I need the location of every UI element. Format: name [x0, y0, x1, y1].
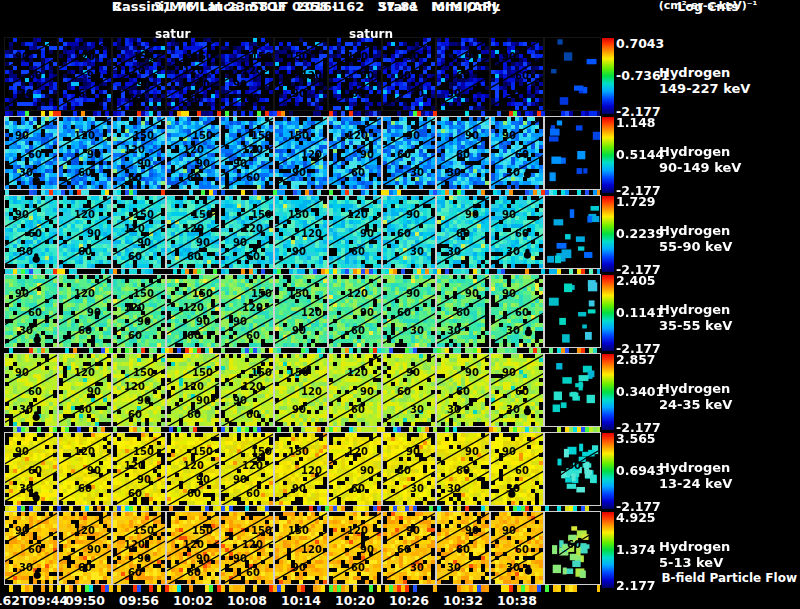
spectrogram-panel [490, 511, 544, 585]
spectrogram-panel [166, 274, 220, 348]
saturn-direction-label: satur [155, 27, 190, 41]
time-tick-label: 10:14 [281, 593, 321, 608]
sparse-panel [544, 274, 601, 348]
spectrogram-panel [436, 353, 490, 427]
spectrogram-panel [4, 37, 58, 111]
spectrogram-panel [328, 195, 382, 269]
colorbar-max-label: 1.729 [616, 194, 656, 209]
spectrogram-panel [490, 37, 544, 111]
spectrogram-panel [166, 37, 220, 111]
spectrogram-panel [490, 195, 544, 269]
spectrogram-panel [220, 511, 274, 585]
spectrogram-panel [166, 511, 220, 585]
spectrogram-panel [328, 37, 382, 111]
spectrogram-panel [112, 432, 166, 506]
colorbar-mid-label: 0.5144 [616, 147, 664, 162]
time-tick-label: 10:02 [173, 593, 213, 608]
channel-species-label: Hydrogen [659, 460, 730, 475]
spectrogram-panel [220, 274, 274, 348]
spectrogram-panel [4, 274, 58, 348]
spectrogram-panel [328, 511, 382, 585]
spectrogram-panel [436, 195, 490, 269]
time-tick-label: 10:32 [443, 593, 483, 608]
spectrogram-panel [166, 116, 220, 190]
colorbar-mid-label: 0.3401 [616, 384, 664, 399]
spectrogram-panel [112, 274, 166, 348]
spectrogram-panel [112, 195, 166, 269]
spectrogram-panel [274, 116, 328, 190]
time-tick-label: 10:20 [335, 593, 375, 608]
colorbar-max-label: 4.925 [616, 510, 656, 525]
spectrogram-panel [382, 195, 436, 269]
spectrogram-panel [274, 511, 328, 585]
spectrogram-panel [4, 116, 58, 190]
saturn-direction-label: saturn [349, 27, 393, 41]
spectrogram-panel [274, 274, 328, 348]
spectrogram-panel [112, 511, 166, 585]
spectrogram-panel [58, 274, 112, 348]
spectrogram-panel [274, 195, 328, 269]
spectrogram-panel [274, 353, 328, 427]
sparse-panel [544, 432, 601, 506]
sparse-panel [544, 116, 601, 190]
colorbar-max-label: 0.7043 [616, 36, 664, 51]
spectrogram-panel [58, 195, 112, 269]
colorbar-mid-label: 0.1141 [616, 305, 664, 320]
colorbar [602, 512, 614, 588]
spectrogram-panel [58, 353, 112, 427]
time-tick-label: 10:08 [227, 593, 267, 608]
time-tick-label: 162T09:44 [0, 593, 68, 608]
spectrogram-panel [166, 432, 220, 506]
spectrogram-panel [274, 432, 328, 506]
time-tick-label: 09:56 [119, 593, 159, 608]
channel-species-label: Hydrogen [659, 65, 730, 80]
colorbar-mid-label: 0.2239 [616, 226, 664, 241]
spectrogram-panel [220, 353, 274, 427]
spectrogram-panel [490, 274, 544, 348]
spectrogram-panel [382, 116, 436, 190]
channel-energy-label: 149-227 keV [659, 81, 750, 96]
spectrogram-panel [382, 511, 436, 585]
colorbar [602, 354, 614, 430]
channel-energy-label: 5-13 keV [659, 555, 723, 570]
channel-species-label: Hydrogen [659, 223, 730, 238]
sparse-panel [544, 37, 601, 111]
channel-species-label: Hydrogen [659, 144, 730, 159]
spectrogram-panel [436, 511, 490, 585]
spectrogram-panel [58, 511, 112, 585]
colorbar-min-label: 2.177 [616, 578, 656, 593]
colorbar-max-label: 1.148 [616, 115, 656, 130]
channel-energy-label: 35-55 keV [659, 318, 732, 333]
mimi-stare-display: Cassini/MIMI Inca mTOF 2016-162 Stare Io… [0, 0, 800, 609]
sparse-panel [544, 353, 601, 427]
spectrogram-panel [436, 116, 490, 190]
spectrogram-panel [112, 37, 166, 111]
spectrogram-panel [112, 353, 166, 427]
channel-energy-label: 55-90 keV [659, 239, 732, 254]
colorbar [602, 433, 614, 509]
colorbar [602, 275, 614, 351]
spectrogram-panel [382, 274, 436, 348]
spectrogram-panel [220, 37, 274, 111]
time-tick-label: 10:26 [389, 593, 429, 608]
time-tick-label: 09:50 [65, 593, 105, 608]
spectrogram-panel [490, 116, 544, 190]
spectrogram-panel [436, 37, 490, 111]
spectrogram-panel [220, 116, 274, 190]
spectrogram-panel [274, 37, 328, 111]
edge-strip [5, 585, 600, 592]
spectrogram-panel [4, 195, 58, 269]
colorbar [602, 38, 614, 114]
sparse-panel [544, 195, 601, 269]
spectrogram-panel [490, 432, 544, 506]
spectrogram-panel [382, 353, 436, 427]
channel-species-label: Hydrogen [659, 302, 730, 317]
spectrogram-panel [328, 353, 382, 427]
channel-species-label: Hydrogen [659, 539, 730, 554]
colorbar [602, 196, 614, 272]
ephemeris-subtitle: R 31.76 Lat 23.58 LT 0358 L 37.81 MIMI/A… [0, 0, 612, 14]
spectrogram-panel [220, 195, 274, 269]
colorbar-mid-label: 1.374 [616, 542, 656, 557]
colorbar-max-label: 3.565 [616, 431, 656, 446]
spectrogram-panel [4, 432, 58, 506]
